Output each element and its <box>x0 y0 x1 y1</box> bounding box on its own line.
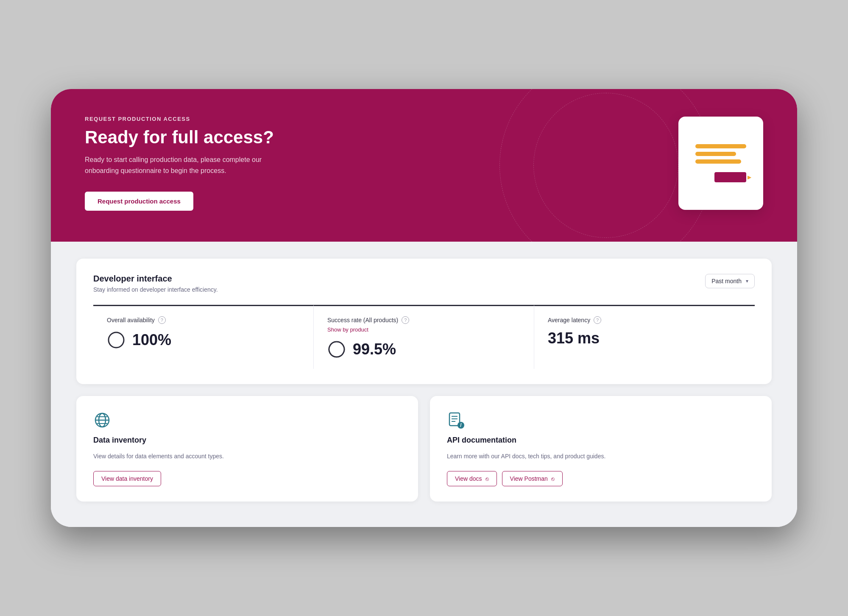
api-doc-icon: / <box>447 411 465 429</box>
developer-interface-title: Developer interface <box>93 274 218 284</box>
metrics-row: Overall availability ? 100% Success rate… <box>93 305 755 369</box>
help-icon-2[interactable]: ? <box>402 316 409 324</box>
metric-value-row-2: 99.5% <box>327 340 520 359</box>
doc-line-3 <box>695 159 741 164</box>
metric-label-row-3: Average latency ? <box>548 316 741 324</box>
view-postman-button[interactable]: View Postman ⎋ <box>502 471 563 486</box>
metric-label-1: Overall availability <box>107 317 155 323</box>
hero-title: Ready for full access? <box>85 127 274 148</box>
hero-illustration <box>678 117 763 210</box>
metric-success-rate: Success rate (All products) ? Show by pr… <box>314 305 534 369</box>
request-production-access-button[interactable]: Request production access <box>85 192 193 211</box>
hero-label: REQUEST PRODUCTION ACCESS <box>85 116 274 122</box>
help-icon-3[interactable]: ? <box>594 316 601 324</box>
hero-description: Ready to start calling production data, … <box>85 154 271 176</box>
svg-point-0 <box>109 332 124 348</box>
chevron-down-icon: ▾ <box>746 278 748 284</box>
api-documentation-description: Learn more with our API docs, tech tips,… <box>447 452 755 461</box>
developer-interface-card: Developer interface Stay informed on dev… <box>76 259 772 384</box>
doc-cta-button <box>714 172 746 182</box>
metric-value-row-1: 100% <box>107 331 300 349</box>
hero-content: REQUEST PRODUCTION ACCESS Ready for full… <box>85 116 274 210</box>
data-inventory-description: View details for data elements and accou… <box>93 452 401 461</box>
doc-line-2 <box>695 152 736 156</box>
device-frame: REQUEST PRODUCTION ACCESS Ready for full… <box>51 89 797 527</box>
main-content: Developer interface Stay informed on dev… <box>51 242 797 527</box>
show-by-product-link[interactable]: Show by product <box>327 326 368 333</box>
api-documentation-actions: View docs ⎋ View Postman ⎋ <box>447 471 755 486</box>
doc-line-1 <box>695 144 746 148</box>
card-header: Developer interface Stay informed on dev… <box>93 274 755 293</box>
hero-banner: REQUEST PRODUCTION ACCESS Ready for full… <box>51 89 797 242</box>
time-selector-label: Past month <box>711 278 742 284</box>
api-documentation-title: API documentation <box>447 436 755 445</box>
illustration-card <box>678 117 763 210</box>
doc-button-row <box>695 172 746 182</box>
metric-label-2: Success rate (All products) <box>327 317 398 323</box>
data-inventory-actions: View data inventory <box>93 471 401 486</box>
time-period-selector[interactable]: Past month ▾ <box>705 274 755 288</box>
globe-icon <box>93 411 111 429</box>
metric-label-row-1: Overall availability ? <box>107 316 300 324</box>
doc-illustration-lines <box>695 144 746 164</box>
metric-label-3: Average latency <box>548 317 590 323</box>
metric-value-2: 99.5% <box>353 342 396 357</box>
metric-average-latency: Average latency ? 315 ms <box>534 305 755 369</box>
data-inventory-card: Data inventory View details for data ele… <box>76 396 418 502</box>
developer-interface-subtitle: Stay informed on developer interface eff… <box>93 286 218 293</box>
metric-label-row-2: Success rate (All products) ? <box>327 316 520 324</box>
view-data-inventory-button[interactable]: View data inventory <box>93 471 161 486</box>
external-link-icon-2: ⎋ <box>551 476 555 482</box>
metric-overall-availability: Overall availability ? 100% <box>93 305 314 369</box>
help-icon-1[interactable]: ? <box>158 316 166 324</box>
api-documentation-card: / API documentation Learn more with our … <box>430 396 772 502</box>
view-docs-button[interactable]: View docs ⎋ <box>447 471 497 486</box>
circle-empty-icon <box>107 331 126 349</box>
metric-value-1: 100% <box>132 332 171 348</box>
metric-value-3: 315 ms <box>548 331 600 346</box>
external-link-icon-1: ⎋ <box>485 476 489 482</box>
card-header-text: Developer interface Stay informed on dev… <box>93 274 218 293</box>
bottom-cards-row: Data inventory View details for data ele… <box>76 396 772 502</box>
metric-value-row-3: 315 ms <box>548 331 741 346</box>
circle-partial-icon <box>327 340 346 359</box>
data-inventory-title: Data inventory <box>93 436 401 445</box>
